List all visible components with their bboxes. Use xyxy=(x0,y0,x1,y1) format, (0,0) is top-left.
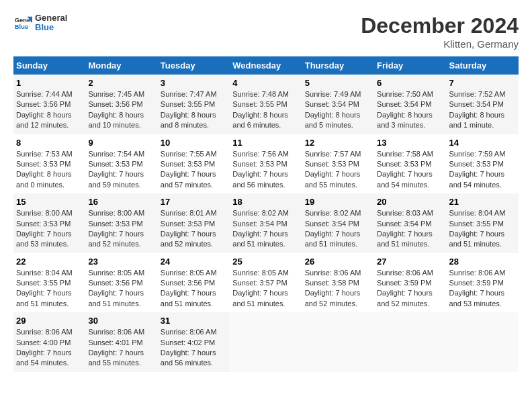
day-info-25: Sunrise: 8:05 AM Sunset: 3:57 PM Dayligh… xyxy=(232,268,299,310)
day-info-26: Sunrise: 8:06 AM Sunset: 3:58 PM Dayligh… xyxy=(305,268,371,310)
day-info-22: Sunrise: 8:04 AM Sunset: 3:55 PM Dayligh… xyxy=(16,268,83,310)
day-info-5: Sunrise: 7:49 AM Sunset: 3:54 PM Dayligh… xyxy=(305,89,371,131)
day-info-6: Sunrise: 7:50 AM Sunset: 3:54 PM Dayligh… xyxy=(377,89,443,131)
day-cell-3: 3 Sunrise: 7:47 AM Sunset: 3:55 PM Dayli… xyxy=(158,75,230,134)
day-info-20: Sunrise: 8:03 AM Sunset: 3:54 PM Dayligh… xyxy=(377,208,443,250)
day-info-28: Sunrise: 8:06 AM Sunset: 3:59 PM Dayligh… xyxy=(449,268,516,310)
logo-blue: Blue xyxy=(35,23,67,32)
day-number-12: 12 xyxy=(305,138,371,148)
day-number-24: 24 xyxy=(161,257,227,267)
empty-cell-w4-d5 xyxy=(374,312,446,372)
day-info-11: Sunrise: 7:56 AM Sunset: 3:53 PM Dayligh… xyxy=(232,149,299,191)
day-number-17: 17 xyxy=(161,197,227,207)
day-number-27: 27 xyxy=(377,257,443,267)
day-cell-8: 8 Sunrise: 7:53 AM Sunset: 3:53 PM Dayli… xyxy=(13,134,85,194)
day-cell-7: 7 Sunrise: 7:52 AM Sunset: 3:54 PM Dayli… xyxy=(447,75,519,134)
header-saturday: Saturday xyxy=(447,56,519,75)
day-info-16: Sunrise: 8:00 AM Sunset: 3:53 PM Dayligh… xyxy=(88,208,154,250)
day-info-9: Sunrise: 7:54 AM Sunset: 3:53 PM Dayligh… xyxy=(88,149,154,191)
month-title: December 2024 xyxy=(361,13,519,38)
day-cell-28: 28 Sunrise: 8:06 AM Sunset: 3:59 PM Dayl… xyxy=(447,253,519,313)
day-info-12: Sunrise: 7:57 AM Sunset: 3:53 PM Dayligh… xyxy=(305,149,371,191)
day-info-10: Sunrise: 7:55 AM Sunset: 3:53 PM Dayligh… xyxy=(161,149,227,191)
day-cell-25: 25 Sunrise: 8:05 AM Sunset: 3:57 PM Dayl… xyxy=(230,253,302,313)
day-cell-18: 18 Sunrise: 8:02 AM Sunset: 3:54 PM Dayl… xyxy=(230,193,302,253)
day-info-24: Sunrise: 8:05 AM Sunset: 3:56 PM Dayligh… xyxy=(161,268,227,310)
week-row-5: 29 Sunrise: 8:06 AM Sunset: 4:00 PM Dayl… xyxy=(13,312,519,372)
day-info-31: Sunrise: 8:06 AM Sunset: 4:02 PM Dayligh… xyxy=(161,327,227,369)
day-cell-27: 27 Sunrise: 8:06 AM Sunset: 3:59 PM Dayl… xyxy=(374,253,446,313)
day-cell-17: 17 Sunrise: 8:01 AM Sunset: 3:53 PM Dayl… xyxy=(158,193,230,253)
svg-text:Blue: Blue xyxy=(15,24,28,31)
day-info-21: Sunrise: 8:04 AM Sunset: 3:55 PM Dayligh… xyxy=(449,208,516,250)
day-number-4: 4 xyxy=(232,78,299,88)
day-number-3: 3 xyxy=(161,78,227,88)
day-number-13: 13 xyxy=(377,138,443,148)
day-cell-2: 2 Sunrise: 7:45 AM Sunset: 3:56 PM Dayli… xyxy=(85,75,157,134)
day-number-15: 15 xyxy=(16,197,83,207)
empty-cell-w4-d4 xyxy=(302,312,374,372)
header-sunday: Sunday xyxy=(13,56,85,75)
day-info-1: Sunrise: 7:44 AM Sunset: 3:56 PM Dayligh… xyxy=(16,89,83,131)
day-info-15: Sunrise: 8:00 AM Sunset: 3:53 PM Dayligh… xyxy=(16,208,83,250)
day-number-7: 7 xyxy=(449,78,516,88)
header-friday: Friday xyxy=(374,56,446,75)
day-cell-21: 21 Sunrise: 8:04 AM Sunset: 3:55 PM Dayl… xyxy=(447,193,519,253)
logo-icon: General Blue xyxy=(13,13,32,32)
week-row-4: 22 Sunrise: 8:04 AM Sunset: 3:55 PM Dayl… xyxy=(13,253,519,313)
week-row-2: 8 Sunrise: 7:53 AM Sunset: 3:53 PM Dayli… xyxy=(13,134,519,194)
day-number-20: 20 xyxy=(377,197,443,207)
day-number-28: 28 xyxy=(449,257,516,267)
day-number-26: 26 xyxy=(305,257,371,267)
day-info-13: Sunrise: 7:58 AM Sunset: 3:53 PM Dayligh… xyxy=(377,149,443,191)
day-info-29: Sunrise: 8:06 AM Sunset: 4:00 PM Dayligh… xyxy=(16,327,83,369)
day-number-23: 23 xyxy=(88,257,154,267)
day-number-14: 14 xyxy=(449,138,516,148)
weekday-header-row: Sunday Monday Tuesday Wednesday Thursday… xyxy=(13,56,519,75)
location: Klitten, Germany xyxy=(361,38,519,50)
day-cell-13: 13 Sunrise: 7:58 AM Sunset: 3:53 PM Dayl… xyxy=(374,134,446,194)
day-cell-30: 30 Sunrise: 8:06 AM Sunset: 4:01 PM Dayl… xyxy=(85,312,157,372)
day-number-19: 19 xyxy=(305,197,371,207)
day-cell-9: 9 Sunrise: 7:54 AM Sunset: 3:53 PM Dayli… xyxy=(85,134,157,194)
header-wednesday: Wednesday xyxy=(230,56,302,75)
day-cell-10: 10 Sunrise: 7:55 AM Sunset: 3:53 PM Dayl… xyxy=(158,134,230,194)
day-info-23: Sunrise: 8:05 AM Sunset: 3:56 PM Dayligh… xyxy=(88,268,154,310)
week-row-3: 15 Sunrise: 8:00 AM Sunset: 3:53 PM Dayl… xyxy=(13,193,519,253)
day-cell-26: 26 Sunrise: 8:06 AM Sunset: 3:58 PM Dayl… xyxy=(302,253,374,313)
day-number-29: 29 xyxy=(16,316,83,326)
logo-general: General xyxy=(35,13,67,23)
day-cell-11: 11 Sunrise: 7:56 AM Sunset: 3:53 PM Dayl… xyxy=(230,134,302,194)
day-cell-23: 23 Sunrise: 8:05 AM Sunset: 3:56 PM Dayl… xyxy=(85,253,157,313)
day-cell-6: 6 Sunrise: 7:50 AM Sunset: 3:54 PM Dayli… xyxy=(374,75,446,134)
day-info-30: Sunrise: 8:06 AM Sunset: 4:01 PM Dayligh… xyxy=(88,327,154,369)
header-thursday: Thursday xyxy=(302,56,374,75)
day-number-16: 16 xyxy=(88,197,154,207)
day-number-22: 22 xyxy=(16,257,83,267)
day-number-5: 5 xyxy=(305,78,371,88)
day-cell-29: 29 Sunrise: 8:06 AM Sunset: 4:00 PM Dayl… xyxy=(13,312,85,372)
day-info-8: Sunrise: 7:53 AM Sunset: 3:53 PM Dayligh… xyxy=(16,149,83,191)
day-number-2: 2 xyxy=(88,78,154,88)
day-info-17: Sunrise: 8:01 AM Sunset: 3:53 PM Dayligh… xyxy=(161,208,227,250)
day-info-18: Sunrise: 8:02 AM Sunset: 3:54 PM Dayligh… xyxy=(232,208,299,250)
day-cell-15: 15 Sunrise: 8:00 AM Sunset: 3:53 PM Dayl… xyxy=(13,193,85,253)
day-info-14: Sunrise: 7:59 AM Sunset: 3:53 PM Dayligh… xyxy=(449,149,516,191)
day-cell-22: 22 Sunrise: 8:04 AM Sunset: 3:55 PM Dayl… xyxy=(13,253,85,313)
calendar-table: Sunday Monday Tuesday Wednesday Thursday… xyxy=(13,56,519,372)
day-number-6: 6 xyxy=(377,78,443,88)
day-info-2: Sunrise: 7:45 AM Sunset: 3:56 PM Dayligh… xyxy=(88,89,154,131)
day-number-8: 8 xyxy=(16,138,83,148)
week-row-1: 1 Sunrise: 7:44 AM Sunset: 3:56 PM Dayli… xyxy=(13,75,519,134)
day-info-7: Sunrise: 7:52 AM Sunset: 3:54 PM Dayligh… xyxy=(449,89,516,131)
empty-cell-w4-d3 xyxy=(230,312,302,372)
logo: General Blue General Blue xyxy=(13,13,67,33)
day-cell-1: 1 Sunrise: 7:44 AM Sunset: 3:56 PM Dayli… xyxy=(13,75,85,134)
day-cell-4: 4 Sunrise: 7:48 AM Sunset: 3:55 PM Dayli… xyxy=(230,75,302,134)
empty-cell-w4-d6 xyxy=(447,312,519,372)
day-number-18: 18 xyxy=(232,197,299,207)
day-number-9: 9 xyxy=(88,138,154,148)
day-cell-12: 12 Sunrise: 7:57 AM Sunset: 3:53 PM Dayl… xyxy=(302,134,374,194)
day-number-25: 25 xyxy=(232,257,299,267)
day-info-4: Sunrise: 7:48 AM Sunset: 3:55 PM Dayligh… xyxy=(232,89,299,131)
